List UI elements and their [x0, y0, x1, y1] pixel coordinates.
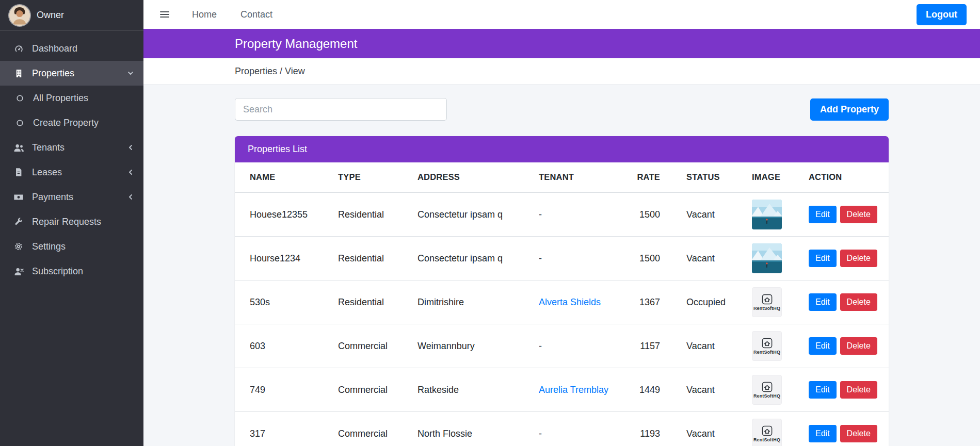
cell-type: Commercial — [331, 324, 410, 368]
cell-status: Vacant — [679, 192, 745, 237]
cell-tenant: - — [532, 412, 624, 446]
table-row: 317 Commercial North Flossie - 1193 Vaca… — [235, 412, 889, 446]
hamburger-icon — [159, 9, 170, 20]
menu-toggle-button[interactable] — [157, 7, 172, 22]
sidebar-user[interactable]: Owner — [0, 0, 143, 31]
brand-text: RentSoftHQ — [753, 394, 780, 399]
table-row: 530s Residential Dimitrishire Alverta Sh… — [235, 280, 889, 324]
sidebar-item-tenants[interactable]: Tenants — [0, 135, 143, 160]
table-row: 749 Commercial Ratkeside Aurelia Trembla… — [235, 368, 889, 412]
circle-icon — [13, 119, 26, 127]
properties-table: NAME TYPE ADDRESS TENANT RATE STATUS IMA… — [235, 162, 889, 446]
cell-status: Vacant — [679, 368, 745, 412]
cell-rate: 1500 — [624, 237, 679, 280]
cell-name: Houese12355 — [235, 192, 331, 237]
properties-card: Properties List NAME TYPE ADDRESS TENANT — [235, 136, 889, 446]
sidebar-item-leases[interactable]: Leases — [0, 160, 143, 185]
tenant-link[interactable]: Alverta Shields — [539, 297, 601, 307]
edit-button[interactable]: Edit — [809, 425, 837, 442]
sidebar-item-subscription[interactable]: Subscription — [0, 259, 143, 284]
logout-button[interactable]: Logout — [917, 4, 967, 25]
wrench-icon — [12, 217, 25, 226]
edit-button[interactable]: Edit — [809, 381, 837, 399]
cell-address: Weimannbury — [410, 324, 532, 368]
cell-status: Occupied — [679, 280, 745, 324]
sidebar-item-label: Dashboard — [32, 43, 77, 54]
main-column: Home Contact Logout Property Management … — [143, 0, 980, 446]
sidebar-item-settings[interactable]: Settings — [0, 234, 143, 259]
delete-button[interactable]: Delete — [840, 425, 877, 442]
document-icon — [12, 168, 25, 177]
sidebar-item-properties[interactable]: Properties — [0, 61, 143, 86]
cell-rate: 1449 — [624, 368, 679, 412]
delete-button[interactable]: Delete — [840, 206, 877, 223]
cell-name: 530s — [235, 280, 331, 324]
sidebar-item-label: Create Property — [33, 118, 99, 128]
tenant-link[interactable]: Aurelia Tremblay — [539, 385, 608, 395]
delete-button[interactable]: Delete — [840, 293, 877, 311]
sidebar-item-label: Properties — [32, 68, 74, 79]
search-input[interactable] — [235, 98, 447, 121]
sidebar-item-label: All Properties — [33, 93, 88, 104]
top-nav-links: Home Contact — [192, 9, 272, 20]
sidebar-item-label: Tenants — [32, 142, 65, 153]
edit-button[interactable]: Edit — [809, 206, 837, 223]
delete-button[interactable]: Delete — [840, 381, 877, 399]
column-header-action: ACTION — [801, 162, 889, 192]
brand-text: RentSoftHQ — [753, 438, 780, 442]
cell-rate: 1157 — [624, 324, 679, 368]
users-icon — [12, 143, 25, 152]
house-icon — [761, 381, 773, 393]
edit-button[interactable]: Edit — [809, 337, 837, 355]
cell-tenant: - — [532, 324, 624, 368]
brand-text: RentSoftHQ — [753, 350, 780, 355]
placeholder-thumbnail: RentSoftHQ — [752, 375, 782, 405]
column-header-type: TYPE — [331, 162, 410, 192]
nav-link-contact[interactable]: Contact — [240, 9, 272, 20]
page-header: Property Management — [143, 29, 980, 58]
cell-type: Commercial — [331, 412, 410, 446]
sidebar-item-label: Settings — [32, 241, 66, 252]
cell-rate: 1193 — [624, 412, 679, 446]
toolbar: Add Property — [235, 98, 889, 121]
sidebar-item-label: Repair Requests — [32, 217, 101, 227]
cell-type: Residential — [331, 237, 410, 280]
content-area: Add Property Properties List NAME TYPE — [143, 85, 980, 446]
chevron-left-icon — [127, 169, 134, 176]
sidebar-item-label: Subscription — [32, 266, 83, 277]
card-title: Properties List — [235, 136, 889, 162]
cell-address: North Flossie — [410, 412, 532, 446]
nav-link-home[interactable]: Home — [192, 9, 217, 20]
column-header-tenant: TENANT — [532, 162, 624, 192]
sidebar-item-repair-requests[interactable]: Repair Requests — [0, 209, 143, 234]
user-name: Owner — [37, 10, 64, 21]
add-property-button[interactable]: Add Property — [810, 98, 889, 121]
delete-button[interactable]: Delete — [840, 337, 877, 355]
cell-address: Consectetur ipsam q — [410, 192, 532, 237]
sidebar-item-all-properties[interactable]: All Properties — [0, 86, 143, 110]
breadcrumb: Properties / View — [235, 66, 305, 76]
sidebar-item-create-property[interactable]: Create Property — [0, 110, 143, 135]
cell-tenant: - — [532, 192, 624, 237]
chevron-left-icon — [127, 193, 134, 201]
placeholder-thumbnail: RentSoftHQ — [752, 331, 782, 361]
sidebar-item-payments[interactable]: Payments — [0, 185, 143, 209]
delete-button[interactable]: Delete — [840, 250, 877, 267]
sidebar-item-dashboard[interactable]: Dashboard — [0, 36, 143, 61]
gear-icon — [12, 242, 25, 251]
cell-status: Vacant — [679, 412, 745, 446]
house-icon — [761, 293, 773, 305]
chevron-left-icon — [127, 144, 134, 151]
money-icon — [12, 193, 25, 202]
cell-address: Consectetur ipsam q — [410, 237, 532, 280]
column-header-rate: RATE — [624, 162, 679, 192]
column-header-address: ADDRESS — [410, 162, 532, 192]
page-title: Property Management — [235, 37, 889, 51]
edit-button[interactable]: Edit — [809, 250, 837, 267]
cell-address: Dimitrishire — [410, 280, 532, 324]
edit-button[interactable]: Edit — [809, 293, 837, 311]
cell-address: Ratkeside — [410, 368, 532, 412]
brand-text: RentSoftHQ — [753, 306, 780, 311]
house-icon — [761, 425, 773, 437]
column-header-image: IMAGE — [745, 162, 801, 192]
